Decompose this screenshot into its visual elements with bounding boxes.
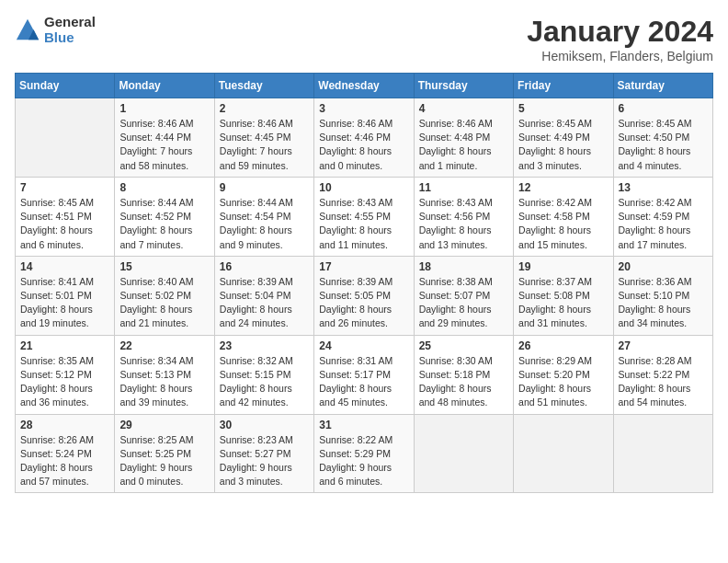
cell-line: Sunrise: 8:32 AM: [220, 354, 309, 368]
cell-line: and 58 minutes.: [119, 159, 209, 173]
cell-line: and 24 minutes.: [220, 316, 309, 330]
cell-line: Daylight: 8 hours: [20, 224, 109, 237]
day-number: 16: [220, 260, 309, 273]
cell-line: Sunrise: 8:42 AM: [518, 196, 608, 210]
cell-line: Daylight: 8 hours: [619, 224, 708, 237]
cell-line: and 42 minutes.: [220, 396, 309, 409]
cell-line: Sunrise: 8:43 AM: [319, 196, 408, 210]
cell-line: Sunset: 5:25 PM: [119, 447, 209, 461]
week-row-1: 1Sunrise: 8:46 AMSunset: 4:44 PMDaylight…: [16, 98, 713, 178]
cell-line: and 54 minutes.: [619, 396, 708, 409]
day-number: 3: [319, 102, 408, 115]
cell-line: Sunrise: 8:25 AM: [119, 433, 209, 447]
day-number: 14: [20, 260, 109, 273]
cell-line: Daylight: 8 hours: [319, 303, 408, 316]
cell-line: Sunrise: 8:31 AM: [319, 354, 408, 368]
cell-line: Daylight: 9 hours: [119, 461, 209, 475]
cell-line: Daylight: 8 hours: [619, 382, 708, 396]
cell-line: Sunset: 4:54 PM: [220, 210, 309, 224]
calendar-table: SundayMondayTuesdayWednesdayThursdayFrid…: [15, 73, 713, 493]
cell-line: Daylight: 8 hours: [220, 303, 309, 316]
cell-line: Sunrise: 8:35 AM: [20, 354, 109, 368]
cell-line: and 1 minute.: [419, 159, 508, 173]
calendar-cell: [514, 414, 613, 493]
day-number: 26: [518, 339, 608, 352]
calendar-cell: [613, 414, 712, 493]
cell-line: Daylight: 8 hours: [220, 224, 309, 237]
cell-line: and 3 minutes.: [220, 475, 309, 488]
cell-line: Sunrise: 8:46 AM: [220, 117, 309, 131]
cell-line: and 34 minutes.: [619, 316, 708, 330]
cell-line: Sunrise: 8:44 AM: [220, 196, 309, 210]
cell-line: Sunset: 5:05 PM: [319, 289, 408, 303]
day-number: 10: [319, 181, 408, 194]
cell-line: Sunset: 5:08 PM: [518, 289, 608, 303]
cell-line: Sunset: 4:44 PM: [119, 131, 209, 144]
cell-line: Sunrise: 8:22 AM: [319, 433, 408, 447]
cell-line: Daylight: 9 hours: [220, 461, 309, 475]
day-number: 7: [20, 181, 109, 194]
week-row-4: 21Sunrise: 8:35 AMSunset: 5:12 PMDayligh…: [16, 335, 713, 414]
cell-line: Sunrise: 8:44 AM: [119, 196, 209, 210]
cell-line: Daylight: 8 hours: [619, 303, 708, 316]
day-number: 27: [619, 339, 708, 352]
cell-line: Daylight: 8 hours: [119, 303, 209, 316]
cell-line: Daylight: 8 hours: [518, 144, 608, 158]
cell-line: Sunset: 4:46 PM: [319, 131, 408, 144]
cell-line: Daylight: 7 hours: [119, 144, 209, 158]
calendar-cell: 6Sunrise: 8:45 AMSunset: 4:50 PMDaylight…: [613, 98, 712, 178]
day-number: 18: [419, 260, 508, 273]
cell-line: Sunset: 4:48 PM: [419, 131, 508, 144]
cell-line: Sunset: 4:52 PM: [119, 210, 209, 224]
calendar-header-row: SundayMondayTuesdayWednesdayThursdayFrid…: [16, 74, 713, 98]
cell-line: and 19 minutes.: [20, 316, 109, 330]
calendar-cell: 11Sunrise: 8:43 AMSunset: 4:56 PMDayligh…: [414, 177, 513, 256]
cell-line: and 39 minutes.: [119, 396, 209, 409]
day-number: 8: [119, 181, 209, 194]
day-number: 17: [319, 260, 408, 273]
header-monday: Monday: [115, 74, 214, 98]
calendar-cell: 14Sunrise: 8:41 AMSunset: 5:01 PMDayligh…: [16, 256, 115, 335]
calendar-cell: 23Sunrise: 8:32 AMSunset: 5:15 PMDayligh…: [214, 335, 313, 414]
calendar-cell: 16Sunrise: 8:39 AMSunset: 5:04 PMDayligh…: [214, 256, 313, 335]
calendar-cell: 21Sunrise: 8:35 AMSunset: 5:12 PMDayligh…: [16, 335, 115, 414]
cell-line: and 59 minutes.: [220, 159, 309, 173]
day-number: 19: [518, 260, 608, 273]
cell-line: Daylight: 7 hours: [220, 144, 309, 158]
cell-line: Daylight: 8 hours: [319, 224, 408, 237]
cell-line: Sunrise: 8:38 AM: [419, 275, 508, 289]
calendar-cell: 13Sunrise: 8:42 AMSunset: 4:59 PMDayligh…: [613, 177, 712, 256]
week-row-5: 28Sunrise: 8:26 AMSunset: 5:24 PMDayligh…: [16, 414, 713, 493]
cell-line: Sunset: 4:55 PM: [319, 210, 408, 224]
cell-line: Daylight: 8 hours: [119, 382, 209, 396]
cell-line: and 13 minutes.: [419, 238, 508, 252]
header-friday: Friday: [514, 74, 613, 98]
cell-line: Sunrise: 8:46 AM: [119, 117, 209, 131]
calendar-cell: 19Sunrise: 8:37 AMSunset: 5:08 PMDayligh…: [514, 256, 613, 335]
cell-line: Sunset: 4:51 PM: [20, 210, 109, 224]
logo-text: General Blue: [44, 15, 96, 45]
cell-line: Sunrise: 8:40 AM: [119, 275, 209, 289]
cell-line: Sunrise: 8:36 AM: [619, 275, 708, 289]
cell-line: Sunset: 5:24 PM: [20, 447, 109, 461]
cell-line: Sunset: 5:01 PM: [20, 289, 109, 303]
cell-line: Sunrise: 8:42 AM: [619, 196, 708, 210]
cell-line: Sunrise: 8:46 AM: [319, 117, 408, 131]
day-number: 22: [119, 339, 209, 352]
calendar-cell: 25Sunrise: 8:30 AMSunset: 5:18 PMDayligh…: [414, 335, 513, 414]
cell-line: and 0 minutes.: [319, 159, 408, 173]
cell-line: Sunrise: 8:45 AM: [619, 117, 708, 131]
calendar-cell: [414, 414, 513, 493]
calendar-cell: 24Sunrise: 8:31 AMSunset: 5:17 PMDayligh…: [314, 335, 414, 414]
cell-line: and 11 minutes.: [319, 238, 408, 252]
cell-line: Sunset: 4:50 PM: [619, 131, 708, 144]
logo-general-text: General: [44, 15, 96, 30]
calendar-cell: 8Sunrise: 8:44 AMSunset: 4:52 PMDaylight…: [115, 177, 214, 256]
cell-line: Daylight: 8 hours: [419, 224, 508, 237]
week-row-2: 7Sunrise: 8:45 AMSunset: 4:51 PMDaylight…: [16, 177, 713, 256]
cell-line: Daylight: 8 hours: [419, 303, 508, 316]
calendar-cell: 18Sunrise: 8:38 AMSunset: 5:07 PMDayligh…: [414, 256, 513, 335]
cell-line: Sunset: 5:12 PM: [20, 368, 109, 382]
day-number: 5: [518, 102, 608, 115]
title-section: January 2024 Hemiksem, Flanders, Belgium: [527, 15, 713, 63]
